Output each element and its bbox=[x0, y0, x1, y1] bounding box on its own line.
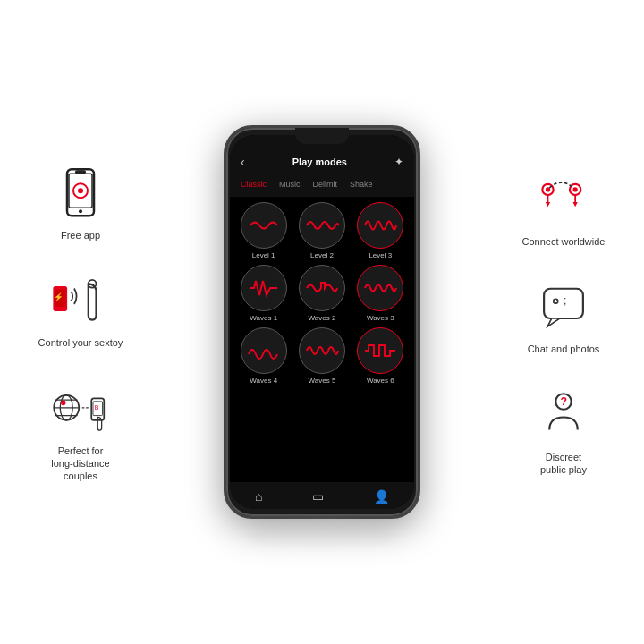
waves2-label: Waves 2 bbox=[309, 314, 336, 322]
tab-shake[interactable]: Shake bbox=[346, 178, 377, 191]
connect-icon-area bbox=[528, 167, 599, 230]
waves3-label: Waves 3 bbox=[367, 314, 394, 322]
level1-label: Level 1 bbox=[252, 251, 275, 259]
waves5-label: Waves 5 bbox=[309, 377, 336, 385]
message-icon[interactable]: ▭ bbox=[312, 489, 324, 504]
waves6-circle[interactable] bbox=[357, 327, 403, 374]
svg-text:?: ? bbox=[561, 395, 567, 408]
mode-level1[interactable]: Level 1 bbox=[237, 202, 290, 259]
bluetooth-icon: ✦ bbox=[394, 156, 403, 168]
discreet-icon: ? bbox=[532, 387, 595, 441]
feature-discreet: ? Discreetpublic play bbox=[510, 383, 617, 477]
features-left: Free app ⚡ Control your se bbox=[27, 161, 134, 482]
waves3-circle[interactable] bbox=[357, 265, 403, 311]
svg-text:B: B bbox=[95, 403, 99, 410]
level2-label: Level 2 bbox=[310, 251, 334, 259]
modes-grid: Level 1 Level 2 bbox=[230, 197, 414, 390]
features-right: Connect worldwide ; Chat a bbox=[510, 167, 617, 476]
discreet-icon-area: ? bbox=[528, 383, 599, 445]
level3-wave bbox=[363, 213, 397, 238]
phone-notch bbox=[295, 128, 349, 144]
tab-classic[interactable]: Classic bbox=[237, 178, 270, 191]
waves2-circle[interactable] bbox=[299, 265, 345, 311]
waves2-wave bbox=[305, 275, 339, 301]
svg-text:;: ; bbox=[564, 295, 566, 308]
feature-long-distance: B Perfect forlong-distancecouples bbox=[27, 377, 134, 483]
chat-icon: ; bbox=[532, 280, 595, 334]
free-app-label: Free app bbox=[61, 229, 100, 242]
level2-circle[interactable] bbox=[299, 202, 345, 249]
svg-point-30 bbox=[554, 300, 555, 301]
waves3-wave bbox=[363, 275, 397, 301]
back-arrow[interactable]: ‹ bbox=[241, 155, 245, 169]
feature-chat: ; Chat and photos bbox=[510, 275, 617, 356]
level3-circle[interactable] bbox=[357, 202, 403, 249]
profile-icon[interactable]: 👤 bbox=[374, 489, 389, 504]
long-distance-icon-area: B bbox=[45, 377, 116, 439]
level2-wave bbox=[305, 213, 339, 238]
waves6-label: Waves 6 bbox=[367, 377, 394, 385]
feature-connect: Connect worldwide bbox=[510, 167, 617, 248]
control-icon-area: ⚡ bbox=[45, 269, 116, 332]
tabs-bar: Classic Music Delimit Shake bbox=[230, 174, 414, 197]
discreet-label: Discreetpublic play bbox=[540, 451, 587, 477]
free-app-icon-area bbox=[45, 161, 116, 224]
mode-waves1[interactable]: Waves 1 bbox=[237, 265, 290, 322]
home-icon[interactable]: ⌂ bbox=[255, 489, 262, 504]
svg-marker-25 bbox=[573, 202, 578, 207]
mode-waves6[interactable]: Waves 6 bbox=[354, 327, 407, 385]
mode-level3[interactable]: Level 3 bbox=[354, 202, 407, 259]
mode-waves3[interactable]: Waves 3 bbox=[354, 265, 407, 322]
screen-title: Play modes bbox=[292, 157, 347, 167]
connect-icon bbox=[532, 172, 595, 225]
waves1-circle[interactable] bbox=[241, 265, 287, 311]
level3-label: Level 3 bbox=[369, 251, 392, 259]
level1-circle[interactable] bbox=[241, 202, 287, 249]
main-container: Free app ⚡ Control your se bbox=[0, 0, 644, 644]
waves4-label: Waves 4 bbox=[250, 377, 277, 385]
waves6-wave bbox=[363, 338, 397, 363]
phone-screen: ‹ Play modes ✦ Classic Music Delimit Sha… bbox=[230, 135, 414, 509]
mode-level2[interactable]: Level 2 bbox=[295, 202, 348, 259]
svg-rect-2 bbox=[75, 170, 86, 174]
waves4-wave bbox=[247, 338, 281, 363]
waves1-label: Waves 1 bbox=[250, 314, 277, 322]
mode-waves2[interactable]: Waves 2 bbox=[295, 265, 348, 322]
phone-bottom-bar: ⌂ ▭ 👤 bbox=[230, 482, 414, 509]
phone-wrapper: ‹ Play modes ✦ Classic Music Delimit Sha… bbox=[224, 125, 420, 519]
svg-text:⚡: ⚡ bbox=[54, 292, 64, 302]
level1-wave bbox=[247, 213, 281, 238]
mode-waves5[interactable]: Waves 5 bbox=[295, 327, 348, 385]
chat-icon-area: ; bbox=[528, 275, 599, 338]
chat-label: Chat and photos bbox=[528, 343, 600, 356]
feature-control: ⚡ Control your sextoy bbox=[27, 269, 134, 350]
svg-point-5 bbox=[79, 209, 82, 213]
feature-free-app: Free app bbox=[27, 161, 134, 242]
mode-waves4[interactable]: Waves 4 bbox=[237, 327, 290, 385]
svg-marker-22 bbox=[546, 202, 550, 207]
svg-marker-27 bbox=[548, 318, 560, 326]
svg-point-29 bbox=[556, 300, 558, 301]
waves1-wave bbox=[247, 275, 281, 301]
long-distance-icon: B bbox=[49, 381, 112, 435]
tab-music[interactable]: Music bbox=[275, 178, 304, 191]
svg-point-4 bbox=[78, 188, 83, 193]
free-app-icon bbox=[49, 165, 112, 219]
long-distance-label: Perfect forlong-distancecouples bbox=[51, 445, 109, 483]
waves5-circle[interactable] bbox=[299, 327, 345, 374]
waves5-wave bbox=[305, 338, 339, 363]
phone: ‹ Play modes ✦ Classic Music Delimit Sha… bbox=[224, 125, 420, 519]
svg-point-24 bbox=[573, 187, 578, 191]
waves4-circle[interactable] bbox=[241, 327, 287, 374]
tab-delimit[interactable]: Delimit bbox=[309, 178, 342, 191]
control-label: Control your sextoy bbox=[38, 337, 123, 350]
control-icon: ⚡ bbox=[49, 274, 112, 327]
phone-reflection bbox=[250, 522, 394, 549]
connect-label: Connect worldwide bbox=[522, 235, 606, 248]
